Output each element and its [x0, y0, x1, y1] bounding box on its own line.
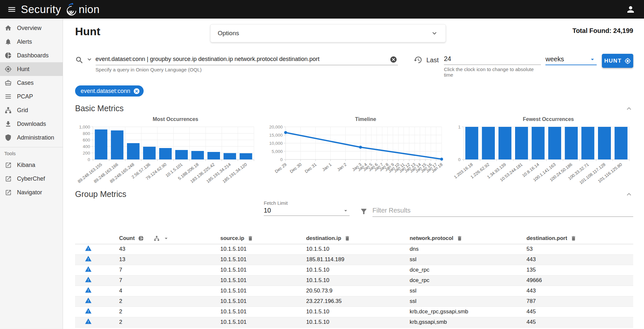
cell-network-protocol[interactable]: dns [405, 244, 522, 254]
trash-button[interactable] [247, 235, 253, 241]
bar-100-1-141-163[interactable] [548, 127, 561, 159]
bar-10-53-244-181[interactable] [515, 127, 528, 159]
cell-count[interactable]: 2 [115, 307, 216, 317]
clear-query-icon[interactable] [390, 56, 397, 64]
bar-89-248-165-248[interactable] [127, 143, 139, 159]
cell-destination-ip[interactable]: 185.81.114.189 [302, 254, 405, 265]
bar-185-191-34-214[interactable] [224, 153, 236, 160]
cell-network-protocol[interactable]: dce_rpc [405, 275, 522, 286]
sidebar-tool-kibana[interactable]: Kibana [0, 158, 63, 172]
menu-icon[interactable] [5, 3, 18, 16]
cell-destination-port[interactable]: 49666 [522, 275, 633, 286]
cell-destination-ip[interactable]: 20.50.73.9 [302, 286, 405, 296]
bar-1-34-93-139[interactable] [498, 127, 511, 159]
hunt-button[interactable]: HUNT [602, 54, 633, 68]
bar-183-136-225-42[interactable] [208, 152, 220, 159]
caret-down-button[interactable] [163, 235, 169, 242]
row-alert-cell[interactable] [75, 307, 115, 317]
query-history-chevron-icon[interactable] [86, 56, 93, 63]
cell-destination-ip[interactable]: 10.1.5.10 [302, 317, 405, 327]
col-header-source-ip[interactable]: source.ip [216, 233, 302, 244]
cell-destination-port[interactable]: 445 [522, 317, 633, 327]
cell-destination-port[interactable]: 135 [522, 265, 633, 275]
row-alert-cell[interactable] [75, 244, 115, 254]
bar-185-191-34-120[interactable] [240, 153, 252, 159]
cell-count[interactable]: 13 [115, 254, 216, 265]
time-duration-input[interactable] [444, 54, 541, 65]
filter-chip[interactable]: event.dataset:conn [75, 85, 144, 97]
cell-destination-ip[interactable]: 23.227.196.35 [302, 296, 405, 307]
cell-network-protocol[interactable]: ssl [405, 296, 522, 307]
sidebar-item-hunt[interactable]: Hunt [0, 62, 63, 76]
cell-source-ip[interactable]: 10.1.5.101 [216, 286, 302, 296]
time-units-select[interactable]: weeks [545, 54, 597, 65]
cell-destination-port[interactable]: 53 [522, 244, 633, 254]
cell-network-protocol[interactable]: ssl [405, 254, 522, 265]
cell-destination-port[interactable]: 445 [522, 307, 633, 317]
cell-destination-port[interactable]: 443 [522, 286, 633, 296]
sidebar-tool-navigator[interactable]: Navigator [0, 186, 63, 199]
pie-chart-button[interactable] [138, 235, 144, 241]
options-panel[interactable]: Options [210, 24, 446, 42]
user-icon[interactable] [626, 5, 636, 14]
cell-count[interactable]: 4 [115, 286, 216, 296]
cell-destination-ip[interactable]: 10.1.5.10 [302, 275, 405, 286]
row-alert-cell[interactable] [75, 254, 115, 265]
cell-network-protocol[interactable]: krb,gssapi,smb [405, 317, 522, 327]
cell-destination-port[interactable]: 443 [522, 254, 633, 265]
trash-button[interactable] [457, 235, 463, 241]
bar-101-108-117-128[interactable] [598, 127, 611, 159]
cell-network-protocol[interactable]: krb,dce_rpc,gssapi,smb [405, 307, 522, 317]
sidebar-item-pcap[interactable]: PCAP [0, 90, 63, 103]
filter-results-input[interactable] [372, 206, 633, 217]
row-alert-cell[interactable] [75, 265, 115, 275]
row-alert-cell[interactable] [75, 317, 115, 327]
cell-source-ip[interactable]: 10.1.5.101 [216, 254, 302, 265]
sidebar-item-downloads[interactable]: Downloads [0, 117, 63, 131]
sidebar-item-cases[interactable]: Cases [0, 76, 63, 90]
cell-count[interactable]: 7 [115, 265, 216, 275]
cell-count[interactable]: 2 [115, 317, 216, 327]
bar-2-56-57-136[interactable] [143, 147, 155, 159]
bar-10-1-5-101[interactable] [175, 150, 188, 159]
cell-destination-ip[interactable]: 10.1.5.10 [302, 265, 405, 275]
row-alert-cell[interactable] [75, 286, 115, 296]
cell-network-protocol[interactable]: dce_rpc [405, 265, 522, 275]
col-header-destination-ip[interactable]: destination.ip [302, 233, 405, 244]
cell-source-ip[interactable]: 10.1.5.101 [216, 275, 302, 286]
bar-89-248-163-155[interactable] [95, 129, 107, 159]
clock-history-icon[interactable] [414, 55, 422, 65]
cell-source-ip[interactable]: 10.1.5.101 [216, 244, 302, 254]
cell-destination-port[interactable]: 787 [522, 296, 633, 307]
cell-source-ip[interactable]: 10.1.5.101 [216, 307, 302, 317]
row-alert-cell[interactable] [75, 296, 115, 307]
col-header-network-protocol[interactable]: network.protocol [405, 233, 522, 244]
trash-button[interactable] [571, 235, 576, 241]
point-dec-29[interactable] [284, 131, 287, 134]
sidebar-item-overview[interactable]: Overview [0, 21, 63, 35]
cell-source-ip[interactable]: 10.1.5.101 [216, 296, 302, 307]
query-input[interactable] [96, 54, 398, 65]
row-alert-cell[interactable] [75, 275, 115, 286]
sidebar-tool-cyberchef[interactable]: CyberChef [0, 172, 63, 186]
cell-count[interactable]: 2 [115, 296, 216, 307]
bar-10-8-16-14[interactable] [532, 127, 545, 159]
col-header-destination-port[interactable]: destination.port [522, 233, 633, 244]
cell-count[interactable]: 7 [115, 275, 216, 286]
cell-source-ip[interactable]: 10.1.5.101 [216, 317, 302, 327]
col-header-count[interactable]: Count [115, 233, 216, 244]
bar-100-33-32-71[interactable] [581, 127, 594, 159]
point-jan-18[interactable] [440, 158, 443, 161]
bar-101-116-125-80[interactable] [615, 127, 628, 159]
point-jan-3[interactable] [359, 146, 362, 149]
cell-source-ip[interactable]: 10.1.5.101 [216, 265, 302, 275]
cell-count[interactable]: 43 [115, 244, 216, 254]
fetch-limit-select[interactable]: 10 [264, 206, 350, 216]
sidebar-item-alerts[interactable]: Alerts [0, 35, 63, 49]
cell-destination-ip[interactable]: 10.1.5.10 [302, 307, 405, 317]
bar-5-188-206-18[interactable] [191, 151, 204, 159]
bar-1-203-16-18[interactable] [465, 127, 479, 159]
sidebar-item-administration[interactable]: Administration [0, 131, 63, 144]
bar-89-248-163-166[interactable] [111, 130, 123, 159]
bar-1-226-62-92[interactable] [482, 127, 495, 159]
